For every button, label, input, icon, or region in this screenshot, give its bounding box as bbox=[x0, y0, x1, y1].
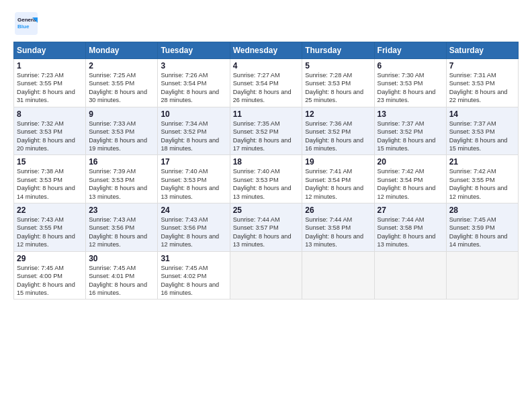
calendar-cell: 7 Sunrise: 7:31 AMSunset: 3:53 PMDayligh… bbox=[446, 59, 518, 107]
day-number: 27 bbox=[378, 205, 443, 215]
cell-info: Sunrise: 7:45 AMSunset: 4:02 PMDaylight:… bbox=[161, 265, 219, 296]
calendar-cell bbox=[446, 251, 518, 300]
calendar-cell: 5 Sunrise: 7:28 AMSunset: 3:53 PMDayligh… bbox=[302, 59, 374, 107]
day-number: 7 bbox=[449, 61, 515, 71]
day-number: 17 bbox=[161, 157, 226, 167]
day-number: 8 bbox=[17, 109, 83, 119]
day-number: 14 bbox=[449, 109, 515, 119]
calendar-week-1: 1 Sunrise: 7:23 AMSunset: 3:55 PMDayligh… bbox=[14, 59, 519, 107]
calendar-cell: 10 Sunrise: 7:34 AMSunset: 3:52 PMDaylig… bbox=[158, 107, 230, 155]
cell-info: Sunrise: 7:25 AMSunset: 3:55 PMDaylight:… bbox=[89, 72, 147, 103]
calendar-week-2: 8 Sunrise: 7:32 AMSunset: 3:53 PMDayligh… bbox=[14, 107, 519, 155]
day-number: 24 bbox=[161, 205, 226, 215]
calendar-cell: 18 Sunrise: 7:40 AMSunset: 3:53 PMDaylig… bbox=[230, 155, 302, 203]
cell-info: Sunrise: 7:44 AMSunset: 3:58 PMDaylight:… bbox=[378, 216, 436, 248]
svg-text:Blue: Blue bbox=[17, 24, 30, 30]
calendar-cell: 4 Sunrise: 7:27 AMSunset: 3:54 PMDayligh… bbox=[230, 59, 302, 107]
calendar-cell: 11 Sunrise: 7:35 AMSunset: 3:52 PMDaylig… bbox=[230, 107, 302, 155]
cell-info: Sunrise: 7:23 AMSunset: 3:55 PMDaylight:… bbox=[17, 72, 75, 103]
cell-info: Sunrise: 7:45 AMSunset: 4:01 PMDaylight:… bbox=[89, 265, 147, 296]
calendar-cell: 24 Sunrise: 7:43 AMSunset: 3:56 PMDaylig… bbox=[158, 203, 230, 252]
day-number: 26 bbox=[305, 205, 371, 215]
day-number: 12 bbox=[305, 109, 371, 119]
day-number: 11 bbox=[233, 109, 300, 119]
calendar-cell: 27 Sunrise: 7:44 AMSunset: 3:58 PMDaylig… bbox=[374, 203, 446, 252]
calendar-cell: 8 Sunrise: 7:32 AMSunset: 3:53 PMDayligh… bbox=[14, 107, 86, 155]
day-number: 4 bbox=[233, 61, 300, 71]
cell-info: Sunrise: 7:43 AMSunset: 3:55 PMDaylight:… bbox=[17, 216, 75, 248]
calendar-cell: 3 Sunrise: 7:26 AMSunset: 3:54 PMDayligh… bbox=[158, 59, 230, 107]
day-number: 5 bbox=[305, 61, 371, 71]
day-number: 23 bbox=[89, 205, 154, 215]
cell-info: Sunrise: 7:35 AMSunset: 3:52 PMDaylight:… bbox=[233, 120, 292, 152]
cell-info: Sunrise: 7:42 AMSunset: 3:54 PMDaylight:… bbox=[378, 168, 436, 199]
cell-info: Sunrise: 7:32 AMSunset: 3:53 PMDaylight:… bbox=[17, 120, 75, 152]
cell-info: Sunrise: 7:45 AMSunset: 3:59 PMDaylight:… bbox=[449, 216, 508, 248]
calendar-cell bbox=[230, 251, 302, 300]
calendar-cell: 12 Sunrise: 7:36 AMSunset: 3:52 PMDaylig… bbox=[302, 107, 374, 155]
cell-info: Sunrise: 7:42 AMSunset: 3:55 PMDaylight:… bbox=[449, 168, 508, 199]
calendar-week-4: 22 Sunrise: 7:43 AMSunset: 3:55 PMDaylig… bbox=[14, 203, 519, 252]
day-number: 21 bbox=[449, 157, 515, 167]
day-header-wednesday: Wednesday bbox=[230, 42, 302, 59]
calendar-cell: 15 Sunrise: 7:38 AMSunset: 3:53 PMDaylig… bbox=[14, 155, 86, 203]
cell-info: Sunrise: 7:41 AMSunset: 3:54 PMDaylight:… bbox=[305, 168, 363, 199]
day-number: 20 bbox=[378, 157, 443, 167]
calendar-cell: 31 Sunrise: 7:45 AMSunset: 4:02 PMDaylig… bbox=[158, 251, 230, 300]
calendar-cell bbox=[302, 251, 374, 300]
day-number: 19 bbox=[305, 157, 371, 167]
calendar-cell: 16 Sunrise: 7:39 AMSunset: 3:53 PMDaylig… bbox=[86, 155, 158, 203]
header: General Blue bbox=[13, 11, 519, 36]
cell-info: Sunrise: 7:28 AMSunset: 3:53 PMDaylight:… bbox=[305, 72, 363, 103]
day-header-saturday: Saturday bbox=[446, 42, 518, 59]
cell-info: Sunrise: 7:33 AMSunset: 3:53 PMDaylight:… bbox=[89, 120, 147, 152]
calendar-cell: 20 Sunrise: 7:42 AMSunset: 3:54 PMDaylig… bbox=[374, 155, 446, 203]
cell-info: Sunrise: 7:38 AMSunset: 3:53 PMDaylight:… bbox=[17, 168, 75, 199]
day-number: 3 bbox=[161, 61, 226, 71]
cell-info: Sunrise: 7:39 AMSunset: 3:53 PMDaylight:… bbox=[89, 168, 147, 199]
cell-info: Sunrise: 7:43 AMSunset: 3:56 PMDaylight:… bbox=[161, 216, 219, 248]
calendar-cell: 28 Sunrise: 7:45 AMSunset: 3:59 PMDaylig… bbox=[446, 203, 518, 252]
cell-info: Sunrise: 7:34 AMSunset: 3:52 PMDaylight:… bbox=[161, 120, 219, 152]
calendar-cell: 26 Sunrise: 7:44 AMSunset: 3:58 PMDaylig… bbox=[302, 203, 374, 252]
cell-info: Sunrise: 7:44 AMSunset: 3:57 PMDaylight:… bbox=[233, 216, 292, 248]
calendar-cell: 13 Sunrise: 7:37 AMSunset: 3:52 PMDaylig… bbox=[374, 107, 446, 155]
cell-info: Sunrise: 7:44 AMSunset: 3:58 PMDaylight:… bbox=[305, 216, 363, 248]
day-number: 22 bbox=[17, 205, 83, 215]
day-number: 15 bbox=[17, 157, 83, 167]
cell-info: Sunrise: 7:40 AMSunset: 3:53 PMDaylight:… bbox=[233, 168, 292, 199]
calendar-cell: 25 Sunrise: 7:44 AMSunset: 3:57 PMDaylig… bbox=[230, 203, 302, 252]
calendar-cell: 1 Sunrise: 7:23 AMSunset: 3:55 PMDayligh… bbox=[14, 59, 86, 107]
cell-info: Sunrise: 7:30 AMSunset: 3:53 PMDaylight:… bbox=[378, 72, 436, 103]
cell-info: Sunrise: 7:37 AMSunset: 3:53 PMDaylight:… bbox=[449, 120, 508, 152]
calendar-cell: 19 Sunrise: 7:41 AMSunset: 3:54 PMDaylig… bbox=[302, 155, 374, 203]
day-number: 16 bbox=[89, 157, 154, 167]
cell-info: Sunrise: 7:40 AMSunset: 3:53 PMDaylight:… bbox=[161, 168, 219, 199]
day-header-friday: Friday bbox=[374, 42, 446, 59]
day-number: 1 bbox=[17, 61, 83, 71]
calendar-cell: 2 Sunrise: 7:25 AMSunset: 3:55 PMDayligh… bbox=[86, 59, 158, 107]
day-number: 13 bbox=[378, 109, 443, 119]
day-number: 18 bbox=[233, 157, 300, 167]
day-number: 31 bbox=[161, 254, 226, 263]
calendar-header-row: SundayMondayTuesdayWednesdayThursdayFrid… bbox=[14, 42, 519, 59]
calendar-table: SundayMondayTuesdayWednesdayThursdayFrid… bbox=[13, 42, 519, 300]
calendar-week-5: 29 Sunrise: 7:45 AMSunset: 4:00 PMDaylig… bbox=[14, 251, 519, 300]
calendar-cell: 17 Sunrise: 7:40 AMSunset: 3:53 PMDaylig… bbox=[158, 155, 230, 203]
day-header-monday: Monday bbox=[86, 42, 158, 59]
calendar-cell: 29 Sunrise: 7:45 AMSunset: 4:00 PMDaylig… bbox=[14, 251, 86, 300]
calendar-cell: 21 Sunrise: 7:42 AMSunset: 3:55 PMDaylig… bbox=[446, 155, 518, 203]
logo-icon: General Blue bbox=[13, 11, 39, 36]
day-number: 10 bbox=[161, 109, 226, 119]
day-number: 9 bbox=[89, 109, 154, 119]
day-number: 25 bbox=[233, 205, 300, 215]
cell-info: Sunrise: 7:27 AMSunset: 3:54 PMDaylight:… bbox=[233, 72, 292, 103]
day-header-tuesday: Tuesday bbox=[158, 42, 230, 59]
cell-info: Sunrise: 7:45 AMSunset: 4:00 PMDaylight:… bbox=[17, 265, 75, 296]
calendar-cell: 23 Sunrise: 7:43 AMSunset: 3:56 PMDaylig… bbox=[86, 203, 158, 252]
day-number: 2 bbox=[89, 61, 154, 71]
calendar-cell: 22 Sunrise: 7:43 AMSunset: 3:55 PMDaylig… bbox=[14, 203, 86, 252]
day-number: 30 bbox=[89, 254, 154, 263]
day-header-thursday: Thursday bbox=[302, 42, 374, 59]
cell-info: Sunrise: 7:26 AMSunset: 3:54 PMDaylight:… bbox=[161, 72, 219, 103]
